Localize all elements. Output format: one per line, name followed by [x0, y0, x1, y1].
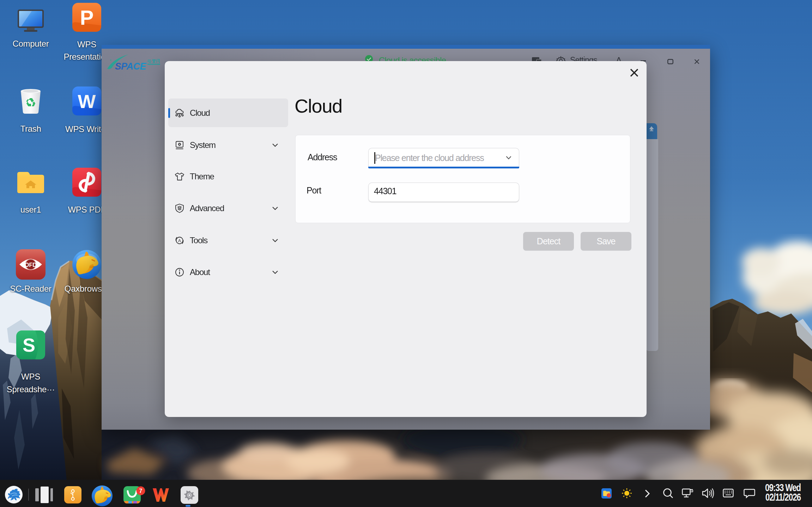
svg-text:OFD: OFD [25, 262, 37, 268]
svg-text:A: A [178, 238, 181, 243]
svg-text:S: S [23, 334, 35, 356]
svg-text:7: 7 [139, 488, 143, 494]
svg-text:SPACE: SPACE [115, 61, 147, 72]
svg-text:P: P [80, 6, 94, 29]
svg-text:W: W [78, 91, 96, 112]
